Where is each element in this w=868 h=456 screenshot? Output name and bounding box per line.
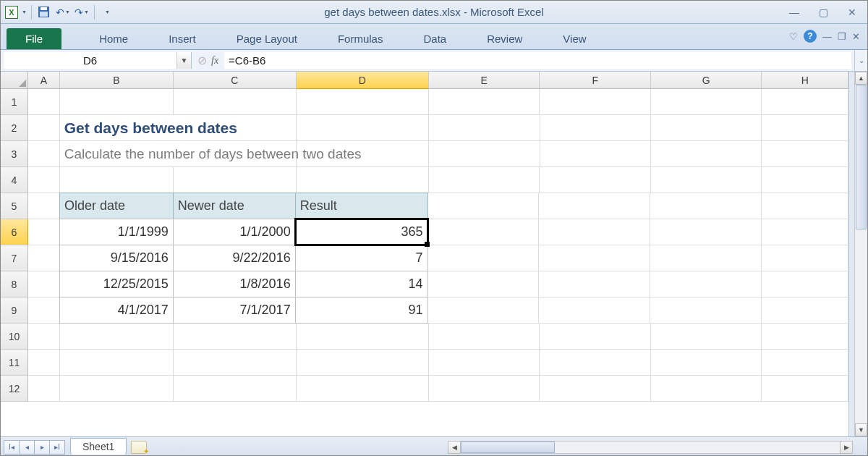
- cell[interactable]: [28, 115, 60, 141]
- close-button[interactable]: ✕: [843, 6, 861, 19]
- cell[interactable]: [762, 297, 848, 324]
- cell[interactable]: [428, 245, 540, 271]
- cell[interactable]: 365: [295, 219, 428, 245]
- cell[interactable]: [28, 219, 60, 245]
- cell[interactable]: 14: [295, 271, 428, 297]
- cell[interactable]: [651, 89, 762, 115]
- cell[interactable]: [429, 115, 540, 141]
- tab-page-layout[interactable]: Page Layout: [221, 28, 313, 49]
- cell[interactable]: [297, 89, 429, 115]
- tab-review[interactable]: Review: [471, 28, 538, 49]
- cell[interactable]: [650, 193, 762, 219]
- tab-formulas[interactable]: Formulas: [322, 28, 399, 49]
- excel-icon[interactable]: [5, 6, 18, 19]
- ribbon-minimize-icon[interactable]: ♡: [789, 31, 798, 42]
- col-header-f[interactable]: F: [540, 72, 650, 89]
- scroll-track[interactable]: [461, 441, 840, 454]
- sheet-nav-last[interactable]: ▸I: [49, 440, 65, 455]
- cell[interactable]: [428, 297, 540, 324]
- cell[interactable]: [429, 167, 540, 193]
- formula-bar-expand[interactable]: ⌄: [854, 50, 867, 71]
- cell[interactable]: [651, 376, 762, 402]
- grid[interactable]: A B C D E F G H 12Get days between dates…: [1, 72, 848, 436]
- vertical-scrollbar[interactable]: ▲ ▼: [854, 72, 867, 436]
- cell[interactable]: [651, 350, 762, 376]
- cell[interactable]: [651, 115, 762, 141]
- split-handle[interactable]: [848, 72, 854, 436]
- help-icon[interactable]: ?: [804, 30, 817, 43]
- cell[interactable]: [429, 141, 540, 167]
- save-button[interactable]: [36, 4, 52, 20]
- cell[interactable]: [429, 376, 540, 402]
- cancel-icon[interactable]: ⊘: [197, 54, 207, 67]
- cell[interactable]: [28, 350, 60, 376]
- cell[interactable]: [762, 350, 848, 376]
- cell[interactable]: [174, 167, 296, 193]
- sheet-nav-first[interactable]: I◂: [4, 440, 20, 455]
- cell[interactable]: [539, 297, 650, 324]
- cell[interactable]: [762, 376, 848, 402]
- cell[interactable]: Older date: [59, 193, 174, 219]
- cell[interactable]: [762, 167, 848, 193]
- cell[interactable]: [540, 167, 650, 193]
- cell[interactable]: [60, 167, 174, 193]
- cell[interactable]: [428, 193, 540, 219]
- cell[interactable]: Newer date: [173, 193, 296, 219]
- cell[interactable]: [174, 89, 296, 115]
- sheet-tab[interactable]: Sheet1: [70, 438, 127, 455]
- redo-button[interactable]: ▼: [74, 4, 90, 20]
- cell[interactable]: [540, 115, 651, 141]
- cell[interactable]: [174, 376, 296, 402]
- cell[interactable]: [60, 89, 174, 115]
- cell[interactable]: [762, 219, 848, 245]
- cell[interactable]: [28, 89, 60, 115]
- cell[interactable]: [429, 350, 540, 376]
- row-header[interactable]: 6: [1, 219, 28, 245]
- cell[interactable]: Result: [295, 193, 428, 219]
- cell[interactable]: [539, 219, 650, 245]
- cell[interactable]: Calculate the number of days between two…: [60, 141, 174, 167]
- cell[interactable]: [28, 193, 60, 219]
- cell[interactable]: 12/25/2015: [59, 271, 174, 297]
- cell[interactable]: [539, 193, 650, 219]
- row-header[interactable]: 5: [1, 193, 28, 219]
- file-tab[interactable]: File: [7, 28, 61, 49]
- scroll-left-button[interactable]: ◀: [448, 441, 461, 454]
- cell[interactable]: [762, 141, 848, 167]
- row-header[interactable]: 4: [1, 167, 28, 193]
- tab-insert[interactable]: Insert: [153, 28, 212, 49]
- cell[interactable]: [60, 350, 174, 376]
- name-box-dropdown[interactable]: ▼: [176, 52, 191, 69]
- tab-home[interactable]: Home: [83, 28, 144, 49]
- cell[interactable]: [540, 89, 650, 115]
- col-header-b[interactable]: B: [60, 72, 174, 89]
- cell[interactable]: [28, 167, 60, 193]
- cell[interactable]: [651, 324, 762, 350]
- row-header[interactable]: 10: [1, 324, 28, 350]
- cell[interactable]: 91: [295, 297, 428, 324]
- undo-button[interactable]: ▼: [55, 4, 71, 20]
- minimize-button[interactable]: ―: [785, 6, 804, 19]
- cell[interactable]: 1/8/2016: [173, 271, 296, 297]
- cell[interactable]: [650, 271, 762, 297]
- cell[interactable]: [762, 324, 848, 350]
- cell[interactable]: [540, 141, 651, 167]
- sheet-nav-prev[interactable]: ◂: [19, 440, 35, 455]
- sheet-nav-next[interactable]: ▸: [34, 440, 50, 455]
- cell[interactable]: [650, 297, 762, 324]
- cell[interactable]: [60, 324, 174, 350]
- cell[interactable]: [28, 245, 60, 271]
- cell[interactable]: [174, 324, 296, 350]
- fx-icon[interactable]: fx: [211, 55, 218, 67]
- name-box[interactable]: D6 ▼: [4, 52, 192, 69]
- cell[interactable]: [428, 271, 540, 297]
- cell[interactable]: 1/1/2000: [173, 219, 296, 245]
- cell[interactable]: [762, 245, 848, 271]
- cell[interactable]: [762, 193, 848, 219]
- col-header-d[interactable]: D: [297, 72, 429, 89]
- cell[interactable]: 7/1/2017: [173, 297, 296, 324]
- cell[interactable]: 1/1/1999: [59, 219, 174, 245]
- row-header[interactable]: 9: [1, 297, 28, 324]
- cell[interactable]: [540, 324, 650, 350]
- cell[interactable]: [539, 271, 650, 297]
